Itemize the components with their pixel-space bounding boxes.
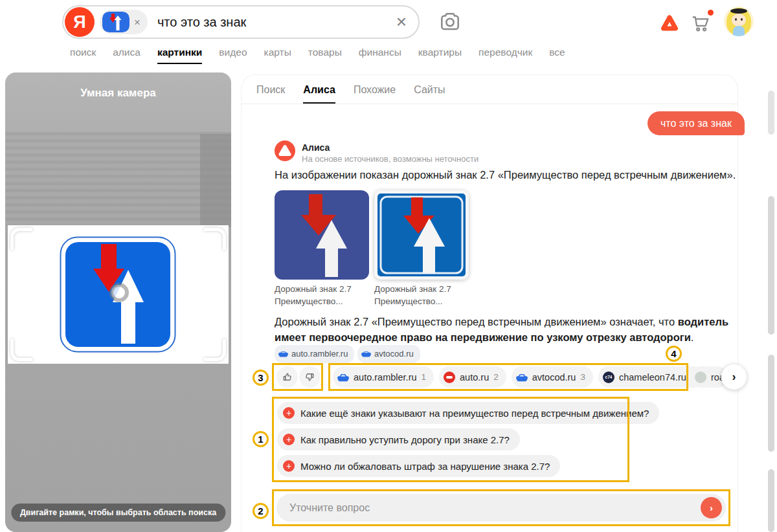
scrollbar-segment[interactable] [768,469,774,532]
avatar-dress [733,26,745,36]
suggestion-pill-3[interactable]: + Можно ли обжаловать штраф за нарушение… [277,455,560,477]
user-avatar[interactable] [724,6,754,36]
crop-handle-bottom-right[interactable] [204,339,226,361]
crop-handle-top-right[interactable] [204,228,226,250]
thumbs-up-icon [281,371,293,383]
suggestion-pill-1[interactable]: + Какие ещё знаки указывают на преимущес… [277,402,659,424]
results-tabs: Поиск Алиса Похожие Сайты [256,84,445,104]
annotation-circle-1: 1 [253,431,269,447]
input-placeholder: Уточните вопрос [289,502,701,514]
source-rank: 2 [493,372,499,382]
answer-lead-text: На изображении показан дорожный знак 2.7… [275,169,738,181]
sources-row: auto.rambler.ru 1 auto.ru 2 avtocod.ru 3… [333,366,703,388]
avatar-eye-right [741,18,743,21]
tab-alisa[interactable]: Алиса [303,84,335,104]
image-caption-2[interactable]: Дорожный знак 2.7 Преимущество... [374,283,471,307]
thumbs-up-button[interactable] [276,366,298,388]
suggestion-pill-2[interactable]: + Как правильно уступить дорогу при знак… [277,428,520,450]
image-caption-1[interactable]: Дорожный знак 2.7 Преимущество... [275,283,372,307]
scrollbar-thumb[interactable] [768,196,774,335]
nav-goods[interactable]: товары [308,47,342,64]
camera-panel-title: Умная камера [5,87,231,100]
assistant-name: Алиса [302,142,330,153]
camera-hint-tooltip: Двигайте рамки, чтобы выбрать область по… [11,504,225,522]
crop-selection-area[interactable] [8,225,229,364]
dimmed-photo-background [5,132,231,225]
suggestion-text: Можно ли обжаловать штраф за нарушение з… [300,461,550,472]
scrollbar-segment[interactable] [768,355,774,452]
smart-camera-icon[interactable] [438,10,462,34]
plus-icon: + [283,407,295,419]
image-query-chip[interactable]: × [100,10,148,34]
nav-finance[interactable]: финансы [359,47,401,64]
yandex-logo-letter: Я [73,12,85,32]
send-arrow-icon: › [710,502,713,513]
nav-all[interactable]: все [549,47,565,64]
followup-input[interactable]: Уточните вопрос › [276,494,726,522]
source-domain: chameleon74.ru [619,372,686,382]
yandex-logo[interactable]: Я [65,7,95,37]
dimmed-photo-pole [200,134,231,227]
car-favicon-icon [278,350,288,358]
result-image-2[interactable] [374,190,469,280]
c74-favicon-icon: c74 [603,371,614,383]
nav-search[interactable]: поиск [70,47,96,64]
source-chip-avtocod[interactable]: avtocod.ru 3 [512,366,593,388]
scrollbar-segment[interactable] [768,91,774,135]
annotation-circle-2: 2 [253,503,269,519]
cart-icon[interactable] [689,12,712,34]
caption-line: Преимущество... [374,295,471,307]
alisa-icon[interactable] [659,13,680,34]
source-rank: 1 [422,372,427,382]
caption-line: Дорожный знак 2.7 [275,283,372,295]
annotation-circle-4: 4 [666,346,682,362]
nav-maps[interactable]: карты [264,47,291,64]
caption-line: Дорожный знак 2.7 [374,283,471,295]
suggestion-text: Как правильно уступить дорогу при знаке … [300,434,510,445]
thumbs-down-icon [304,371,316,383]
inline-source-chip[interactable]: avtocod.ru [357,345,420,363]
crop-drag-handle [111,285,127,300]
car-favicon-icon [516,371,528,383]
remove-image-icon[interactable]: × [134,17,141,28]
crop-handle-bottom-left[interactable] [10,339,32,361]
send-button[interactable]: › [701,497,722,518]
smart-camera-panel: Умная камера Двигайте рамки, чтобы выбра… [5,72,231,532]
source-domain: avtocod.ru [532,372,576,382]
avatar-eye-left [735,18,737,21]
nav-flats[interactable]: квартиры [418,47,462,64]
thumbs-down-button[interactable] [299,366,321,388]
source-chip-auto-ru[interactable]: auto.ru 2 [439,366,506,388]
source-chip-auto-rambler[interactable]: auto.rambler.ru 1 [333,366,434,388]
tab-similar[interactable]: Похожие [354,84,396,104]
source-chip-chameleon74[interactable]: c74 chameleon74.ru 4 [598,366,704,388]
search-input[interactable]: что это за знак [157,15,246,30]
sources-scroll-right-button[interactable]: › [721,364,747,390]
suggestion-text: Какие ещё знаки указывают на преимуществ… [300,408,649,419]
services-nav: поиск алиса картинки видео карты товары … [70,47,565,64]
nav-video[interactable]: видео [219,47,247,64]
tab-sites[interactable]: Сайты [414,84,445,104]
source-rank: 3 [580,372,585,382]
generic-favicon-icon [695,371,706,383]
assistant-disclaimer: На основе источников, возможны неточност… [302,154,479,164]
clear-search-icon[interactable]: × [396,13,407,31]
tabs-divider [242,104,738,104]
sign-thumbnail-icon [102,12,130,32]
crop-handle-top-left[interactable] [10,228,32,250]
answer-text: Дорожный знак 2.7 «Преимущество перед вс… [275,316,678,327]
result-image-1[interactable] [275,190,369,280]
alisa-avatar [275,140,295,161]
avatar-headband [730,8,747,14]
inline-source-domain: avtocod.ru [374,346,414,362]
road-sign-2-7-image[interactable] [60,236,176,353]
tab-search[interactable]: Поиск [256,84,285,104]
nav-images[interactable]: картинки [157,47,202,64]
nav-translate[interactable]: переводчик [479,47,532,64]
search-bar[interactable]: Я × что это за знак × [62,5,420,39]
nav-alisa[interactable]: алиса [113,47,141,64]
car-favicon-icon [361,350,371,358]
answer-text: . [691,331,694,343]
inline-source-chip[interactable]: auto.rambler.ru [275,345,354,363]
cart-badge-dot [708,10,714,16]
